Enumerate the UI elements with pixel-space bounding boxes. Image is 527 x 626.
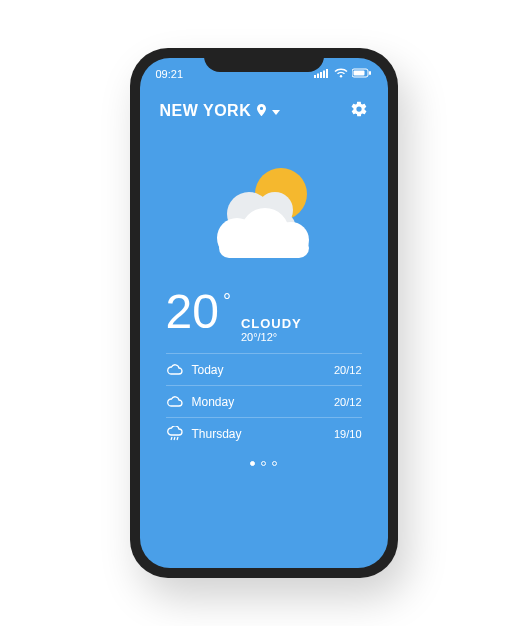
page-indicator[interactable] bbox=[140, 461, 388, 466]
temp-value: 20 bbox=[166, 288, 219, 336]
svg-rect-7 bbox=[353, 71, 364, 76]
current-weather-icon bbox=[140, 156, 388, 266]
condition-label: CLOUDY bbox=[241, 316, 302, 331]
forecast-temp: 19/10 bbox=[334, 428, 362, 440]
forecast-row[interactable]: Monday 20/12 bbox=[166, 385, 362, 417]
svg-rect-4 bbox=[326, 69, 328, 78]
battery-icon bbox=[352, 68, 372, 80]
wifi-icon bbox=[334, 68, 348, 80]
svg-rect-0 bbox=[314, 75, 316, 78]
notch bbox=[204, 48, 324, 72]
current-temperature: 20 ° CLOUDY 20°/12° bbox=[140, 288, 388, 343]
settings-button[interactable] bbox=[350, 100, 368, 122]
forecast-day: Thursday bbox=[192, 427, 334, 441]
chevron-down-icon bbox=[272, 102, 280, 120]
forecast-temp: 20/12 bbox=[334, 396, 362, 408]
location-name: NEW YORK bbox=[160, 102, 252, 120]
forecast-day: Monday bbox=[192, 395, 334, 409]
forecast-row[interactable]: Today 20/12 bbox=[166, 353, 362, 385]
page-dot[interactable] bbox=[250, 461, 255, 466]
forecast-day: Today bbox=[192, 363, 334, 377]
svg-rect-16 bbox=[219, 238, 309, 258]
page-dot[interactable] bbox=[272, 461, 277, 466]
location-pin-icon bbox=[257, 102, 266, 120]
screen: 09:21 NEW YORK bbox=[140, 58, 388, 568]
svg-rect-2 bbox=[320, 72, 322, 78]
forecast-list: Today 20/12 Monday 20/12 Thursday 19/10 bbox=[140, 353, 388, 449]
forecast-row[interactable]: Thursday 19/10 bbox=[166, 417, 362, 449]
location-selector[interactable]: NEW YORK bbox=[160, 102, 281, 120]
phone-frame: 09:21 NEW YORK bbox=[130, 48, 398, 578]
svg-rect-3 bbox=[323, 71, 325, 79]
high-low: 20°/12° bbox=[241, 331, 302, 343]
svg-point-5 bbox=[339, 75, 341, 77]
forecast-temp: 20/12 bbox=[334, 364, 362, 376]
temp-degree: ° bbox=[223, 290, 231, 313]
signal-icon bbox=[314, 68, 330, 80]
cloud-rain-icon bbox=[166, 426, 192, 442]
cloud-icon bbox=[166, 396, 192, 408]
page-dot[interactable] bbox=[261, 461, 266, 466]
svg-line-19 bbox=[177, 437, 178, 440]
header: NEW YORK bbox=[140, 80, 388, 122]
svg-line-18 bbox=[174, 437, 175, 440]
svg-rect-1 bbox=[317, 74, 319, 79]
svg-rect-8 bbox=[369, 71, 371, 75]
svg-line-17 bbox=[171, 437, 172, 440]
cloud-icon bbox=[166, 364, 192, 376]
